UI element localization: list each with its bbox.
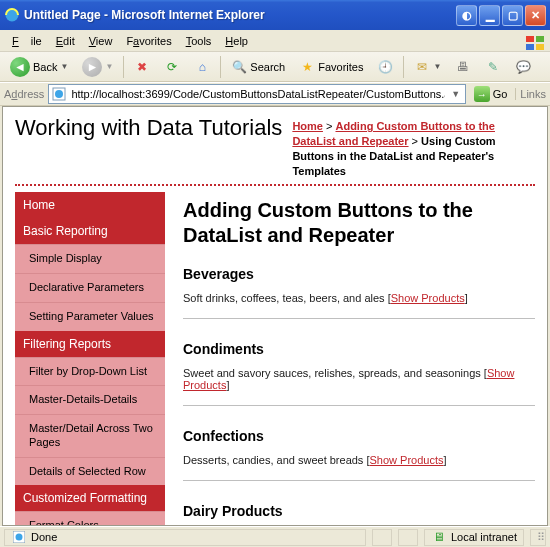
address-label: Address <box>4 88 44 100</box>
page-icon <box>11 529 27 545</box>
svg-point-6 <box>55 90 63 98</box>
star-icon: ★ <box>299 59 315 75</box>
stop-icon: ✖ <box>134 59 150 75</box>
zone-icon: 🖥 <box>431 529 447 545</box>
sidebar-group-filtering-reports[interactable]: Filtering Reports <box>15 331 165 357</box>
page-header: Working with Data Tutorials Home > Addin… <box>15 115 535 186</box>
mail-icon: ✉ <box>414 59 430 75</box>
favorites-button[interactable]: ★ Favorites <box>295 57 367 77</box>
maximize-button[interactable]: ▢ <box>502 5 523 26</box>
status-done-label: Done <box>31 531 57 543</box>
close-button[interactable]: ✕ <box>525 5 546 26</box>
category-title: Beverages <box>183 266 535 282</box>
address-field[interactable]: ▼ <box>48 84 465 104</box>
windows-flag-icon <box>516 32 544 50</box>
page-icon <box>51 86 67 102</box>
address-bar: Address ▼ → Go Links <box>0 82 550 106</box>
browser-viewport: Working with Data Tutorials Home > Addin… <box>2 106 548 526</box>
category-dairy: Dairy Products Cheeses [Show Products] <box>183 503 535 525</box>
ie-logo-icon <box>4 7 20 23</box>
back-label: Back <box>33 61 57 73</box>
back-button[interactable]: ◄ Back ▼ <box>6 55 72 79</box>
help-button[interactable]: ◐ <box>456 5 477 26</box>
sidebar-group-customized-formatting[interactable]: Customized Formatting <box>15 485 165 511</box>
menu-edit[interactable]: Edit <box>50 33 81 49</box>
svg-rect-3 <box>526 44 534 50</box>
favorites-label: Favorites <box>318 61 363 73</box>
address-dropdown-icon[interactable]: ▼ <box>449 89 463 99</box>
sidebar-item-filter-dropdown[interactable]: Filter by Drop-Down List <box>15 357 165 386</box>
chevron-down-icon: ▼ <box>60 62 68 71</box>
history-button[interactable]: 🕘 <box>373 57 397 77</box>
discuss-button[interactable]: 💬 <box>511 57 535 77</box>
category-title: Dairy Products <box>183 503 535 519</box>
sidebar-item-format-colors[interactable]: Format Colors <box>15 511 165 525</box>
sidebar-item-simple-display[interactable]: Simple Display <box>15 244 165 273</box>
sidebar-item-setting-parameter-values[interactable]: Setting Parameter Values <box>15 302 165 331</box>
menu-help[interactable]: Help <box>219 33 254 49</box>
sidebar-item-master-detail-two-pages[interactable]: Master/Detail Across Two Pages <box>15 414 165 457</box>
toolbar-separator <box>123 56 124 78</box>
category-desc: Soft drinks, coffees, teas, beers, and a… <box>183 292 535 304</box>
svg-rect-2 <box>536 36 544 42</box>
sidebar-item-home[interactable]: Home <box>15 192 165 218</box>
site-title: Working with Data Tutorials <box>15 115 282 141</box>
address-input[interactable] <box>71 86 444 102</box>
toolbar: ◄ Back ▼ ► ▼ ✖ ⟳ ⌂ 🔍 Search ★ Favorites … <box>0 52 550 82</box>
sidebar-item-master-details-details[interactable]: Master-Details-Details <box>15 385 165 414</box>
status-pane-grip: ⠿ <box>530 529 546 546</box>
go-label: Go <box>493 88 508 100</box>
mail-button[interactable]: ✉▼ <box>410 57 445 77</box>
history-icon: 🕘 <box>377 59 393 75</box>
forward-icon: ► <box>82 57 102 77</box>
svg-point-8 <box>16 534 23 541</box>
window-titlebar: Untitled Page - Microsoft Internet Explo… <box>0 0 550 30</box>
refresh-button[interactable]: ⟳ <box>160 57 184 77</box>
links-label[interactable]: Links <box>515 88 546 100</box>
sidebar: Home Basic Reporting Simple Display Decl… <box>15 192 165 525</box>
sidebar-item-details-selected-row[interactable]: Details of Selected Row <box>15 457 165 486</box>
divider <box>183 318 535 319</box>
status-pane-empty2 <box>398 529 418 546</box>
show-products-link[interactable]: Show Products <box>391 292 465 304</box>
print-button[interactable]: 🖶 <box>451 57 475 77</box>
search-button[interactable]: 🔍 Search <box>227 57 289 77</box>
search-label: Search <box>250 61 285 73</box>
back-icon: ◄ <box>10 57 30 77</box>
status-pane-zone: 🖥 Local intranet <box>424 529 524 546</box>
search-icon: 🔍 <box>231 59 247 75</box>
breadcrumb: Home > Adding Custom Buttons to the Data… <box>292 115 535 178</box>
menu-view[interactable]: View <box>83 33 119 49</box>
sidebar-item-declarative-parameters[interactable]: Declarative Parameters <box>15 273 165 302</box>
layout: Home Basic Reporting Simple Display Decl… <box>15 192 535 525</box>
category-title: Confections <box>183 428 535 444</box>
page-heading: Adding Custom Buttons to the DataList an… <box>183 198 535 248</box>
svg-rect-1 <box>526 36 534 42</box>
print-icon: 🖶 <box>455 59 471 75</box>
svg-rect-4 <box>536 44 544 50</box>
stop-button[interactable]: ✖ <box>130 57 154 77</box>
edit-button[interactable]: ✎ <box>481 57 505 77</box>
window-buttons: ◐ ▁ ▢ ✕ <box>456 5 546 26</box>
page-body: Working with Data Tutorials Home > Addin… <box>3 107 547 525</box>
go-button[interactable]: → Go <box>470 86 512 102</box>
menu-tools[interactable]: Tools <box>180 33 218 49</box>
chevron-down-icon: ▼ <box>105 62 113 71</box>
category-condiments: Condiments Sweet and savory sauces, reli… <box>183 341 535 406</box>
show-products-link[interactable]: Show Products <box>370 454 444 466</box>
category-beverages: Beverages Soft drinks, coffees, teas, be… <box>183 266 535 319</box>
sidebar-group-basic-reporting[interactable]: Basic Reporting <box>15 218 165 244</box>
toolbar-separator <box>220 56 221 78</box>
forward-button[interactable]: ► ▼ <box>78 55 117 79</box>
menu-file[interactable]: File <box>6 33 48 49</box>
menu-favorites[interactable]: Favorites <box>120 33 177 49</box>
toolbar-separator <box>403 56 404 78</box>
main-content: Adding Custom Buttons to the DataList an… <box>183 192 535 525</box>
refresh-icon: ⟳ <box>164 59 180 75</box>
status-pane-done: Done <box>4 529 366 546</box>
divider <box>183 405 535 406</box>
breadcrumb-home[interactable]: Home <box>292 120 323 132</box>
minimize-button[interactable]: ▁ <box>479 5 500 26</box>
home-button[interactable]: ⌂ <box>190 57 214 77</box>
discuss-icon: 💬 <box>515 59 531 75</box>
